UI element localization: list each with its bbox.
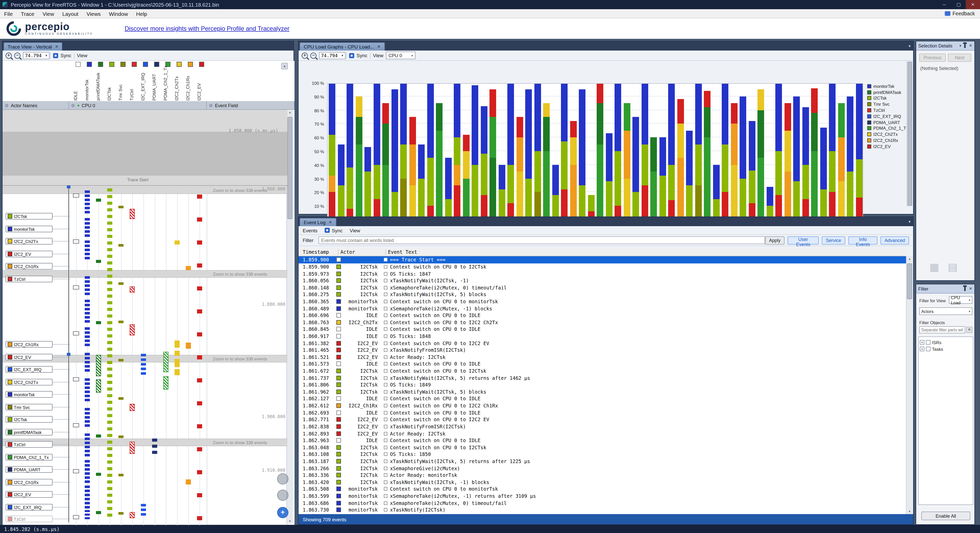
actor-instance-label[interactable]: I2C2_Ch1Rx: [6, 479, 52, 485]
trace-event-mark[interactable]: [85, 446, 90, 448]
trace-event-mark[interactable]: [107, 248, 112, 251]
trace-event-mark[interactable]: [85, 498, 90, 500]
trace-event-mark[interactable]: [107, 421, 112, 424]
event-log-row[interactable]: 1.860.148I2CTskxSemaphoreTake(i2cMutex, …: [299, 284, 906, 291]
minimize-icon[interactable]: ─: [937, 0, 951, 9]
cpu-load-bar[interactable]: [856, 83, 862, 220]
cpu-load-bar[interactable]: [695, 83, 702, 220]
cpu-load-bar[interactable]: [614, 83, 621, 220]
cpu-load-bar[interactable]: [525, 90, 532, 220]
trace-event-mark[interactable]: [107, 441, 112, 444]
trace-event-mark[interactable]: [107, 288, 112, 291]
trace-event-mark[interactable]: [197, 333, 202, 336]
trace-event-mark[interactable]: [107, 321, 112, 324]
column-header-event-field[interactable]: ⚙ Event Field: [207, 102, 294, 109]
checkbox[interactable]: [926, 340, 931, 345]
events-menu[interactable]: Events: [303, 228, 318, 233]
sync-label[interactable]: Sync: [356, 53, 367, 58]
cpu-load-bar[interactable]: [480, 106, 487, 220]
trace-event-mark[interactable]: [85, 194, 90, 197]
event-log-row[interactable]: 1.862.771I2C2_EVContext switch on CPU 0 …: [299, 416, 906, 423]
trace-event-mark[interactable]: [107, 242, 112, 245]
event-log-row[interactable]: 1.863.599monitorTskxSemaphoreTake(i2cMut…: [299, 492, 906, 499]
event-log-row[interactable]: 1.860.845IDLEContext switch on CPU 0 to …: [299, 326, 906, 333]
actor-instance-label[interactable]: monitorTsk: [6, 226, 52, 232]
trace-event-mark[interactable]: [186, 479, 191, 485]
trace-event-mark[interactable]: [85, 312, 90, 315]
trace-event-mark[interactable]: [107, 348, 112, 351]
trace-event-mark[interactable]: [130, 404, 135, 411]
event-log-row[interactable]: 1.860.489monitorTskxSemaphoreTake(i2cMut…: [299, 305, 906, 312]
event-log-row[interactable]: 1.861.573IDLEContext switch on CPU 0 to …: [299, 360, 906, 368]
trace-event-mark[interactable]: [85, 344, 90, 346]
trace-event-mark[interactable]: [85, 387, 90, 389]
cpu-load-bar[interactable]: [677, 99, 684, 220]
trace-event-mark[interactable]: [141, 358, 146, 361]
service-button[interactable]: Service: [822, 236, 845, 244]
trace-event-mark[interactable]: [107, 255, 112, 258]
trace-event-mark[interactable]: [175, 240, 180, 245]
cpu-load-bar[interactable]: [516, 117, 523, 220]
sync-toggle[interactable]: Sync: [325, 228, 342, 233]
trace-event-mark[interactable]: [96, 511, 101, 514]
cpu-load-bar[interactable]: [579, 90, 585, 220]
cpu-load-bar[interactable]: [552, 165, 558, 220]
tab-close-icon[interactable]: ✕: [377, 45, 380, 49]
sync-label[interactable]: Sync: [60, 53, 71, 58]
trace-event-mark[interactable]: [85, 357, 90, 360]
trace-event-mark[interactable]: [73, 285, 79, 290]
event-log-row[interactable]: 1.861.962I2CTskxTaskNotifyWait(I2CTsk, 5…: [299, 388, 906, 395]
cpu-load-bar[interactable]: [498, 165, 505, 220]
trace-event-mark[interactable]: [175, 340, 180, 348]
trace-event-mark[interactable]: [107, 275, 112, 278]
cpu-load-bar[interactable]: [391, 90, 398, 220]
trace-event-mark[interactable]: [197, 447, 202, 451]
trace-event-mark[interactable]: [73, 423, 79, 427]
trace-event-mark[interactable]: [85, 218, 90, 221]
trace-event-mark[interactable]: [141, 504, 146, 506]
cpu-select[interactable]: CPU 0 ▾: [386, 52, 415, 59]
menu-views[interactable]: Views: [83, 9, 105, 18]
trace-event-mark[interactable]: [107, 281, 112, 284]
trace-event-mark[interactable]: [197, 218, 202, 221]
event-log-row[interactable]: 1.860.365monitorTskContext switch on CPU…: [299, 298, 906, 305]
gear-icon[interactable]: ⚙: [5, 103, 9, 108]
pin-icon[interactable]: [964, 44, 966, 48]
timestamp-column-header[interactable]: Timestamp: [299, 249, 339, 255]
panel-menu-icon[interactable]: ▾: [908, 44, 911, 48]
zoom-out-icon[interactable]: −: [14, 53, 21, 59]
trace-event-mark[interactable]: [107, 315, 112, 318]
trace-event-mark[interactable]: [85, 316, 90, 318]
trace-event-mark[interactable]: [85, 408, 90, 410]
cpu-load-bar[interactable]: [820, 128, 827, 220]
trace-event-mark[interactable]: [85, 257, 90, 259]
actor-instance-label[interactable]: I2C2_Ch2Tx: [6, 238, 52, 245]
zoom-dropdown-icon[interactable]: ▾: [45, 53, 47, 57]
event-log-row[interactable]: 1.861.382I2C2_EVContext switch on CPU 0 …: [299, 340, 906, 347]
sync-icon[interactable]: [349, 53, 354, 58]
trace-event-mark[interactable]: [85, 361, 90, 363]
trace-event-mark[interactable]: [118, 436, 124, 438]
cpu-load-plot[interactable]: [327, 83, 863, 220]
scrollbar-thumb[interactable]: [287, 117, 293, 219]
trace-event-mark[interactable]: [197, 401, 202, 406]
trace-event-mark[interactable]: [107, 474, 112, 477]
trace-event-mark[interactable]: [107, 188, 112, 191]
trace-event-mark[interactable]: [85, 412, 90, 415]
tab-event-log[interactable]: Event Log ✕: [300, 218, 336, 226]
trace-event-mark[interactable]: [85, 420, 90, 423]
event-log-row[interactable]: 1.863.730monitorTskxTaskNotify(I2CTsk): [299, 506, 906, 513]
trace-event-mark[interactable]: [85, 480, 90, 483]
trace-event-mark[interactable]: [197, 378, 202, 382]
cpu-load-bar[interactable]: [472, 86, 478, 220]
column-header-cpu0[interactable]: ⚙ ● CPU 0: [69, 102, 207, 109]
trace-event-mark[interactable]: [85, 365, 90, 368]
event-log-row[interactable]: 1.861.737I2CTskxTaskNotifyWait(I2CTsk, 5…: [299, 374, 906, 381]
user-events-button[interactable]: User Events: [788, 236, 818, 244]
actor-instance-label[interactable]: I2C2_EV: [6, 354, 52, 360]
cpu-load-bar[interactable]: [749, 121, 755, 220]
cpu-load-bar[interactable]: [704, 91, 711, 220]
cpu-load-bar[interactable]: [329, 83, 335, 220]
promo-link[interactable]: Discover more insights with Percepio Pro…: [124, 25, 290, 32]
column-header-actor-names[interactable]: ⚙ Actor Names: [3, 102, 69, 109]
